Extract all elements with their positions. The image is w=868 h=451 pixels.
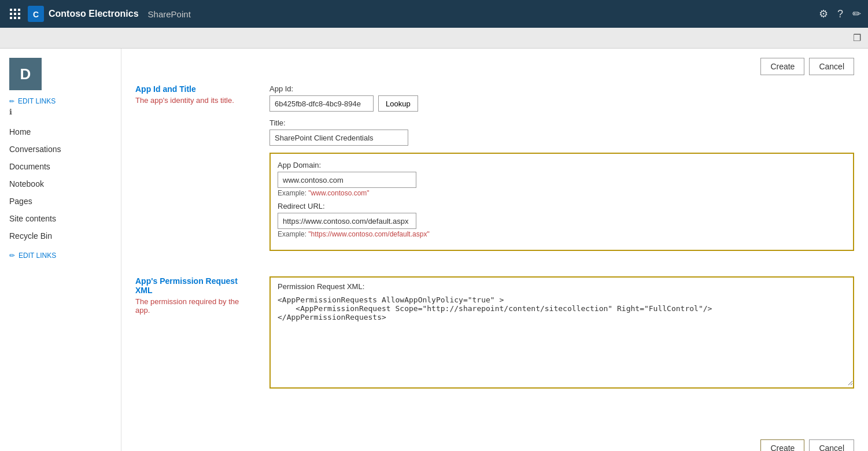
- field-group-app-domain: App Domain: Example: "www.contoso.com": [278, 161, 846, 197]
- app-id-label: App Id:: [269, 84, 854, 93]
- sidebar-item-home[interactable]: Home: [0, 123, 121, 141]
- logo-icon: C: [28, 6, 44, 22]
- create-button-top[interactable]: Create: [760, 58, 804, 75]
- section-label-app-id: App Id and Title The app's identity and …: [135, 84, 251, 258]
- redirect-url-input[interactable]: [278, 213, 416, 229]
- field-group-app-id: App Id: Lookup: [269, 84, 854, 112]
- main-layout: D ✏ EDIT LINKS ℹ Home Conversations Docu…: [0, 49, 868, 451]
- app-domain-input[interactable]: [278, 172, 416, 188]
- xml-textarea[interactable]: <AppPermissionRequests AllowAppOnlyPolic…: [271, 293, 853, 386]
- topbar-actions: ⚙ ? ✏: [819, 8, 861, 20]
- sidebar-info-icon[interactable]: ℹ: [9, 108, 112, 116]
- avatar: D: [9, 58, 42, 90]
- help-icon[interactable]: ?: [837, 8, 843, 20]
- sidebar-item-site-contents[interactable]: Site contents: [0, 210, 121, 227]
- content-area: Create Cancel App Id and Title The app's…: [121, 49, 868, 451]
- field-group-title: Title:: [269, 119, 854, 146]
- app-name: SharePoint: [148, 9, 191, 19]
- title-input[interactable]: [269, 130, 408, 146]
- redirect-url-example: Example: "https://www.contoso.com/defaul…: [278, 230, 846, 238]
- section-content-permission: Permission Request XML: <AppPermissionRe…: [269, 276, 854, 389]
- sidebar-edit-links-top[interactable]: ✏ EDIT LINKS: [9, 97, 112, 105]
- grouped-box-domain: App Domain: Example: "www.contoso.com" R…: [269, 153, 854, 251]
- section-app-id-title: App Id and Title The app's identity and …: [135, 84, 854, 258]
- section-label-permission: App's Permission Request XML The permiss…: [135, 276, 251, 389]
- app-domain-label: App Domain:: [278, 161, 846, 169]
- section-desc-app-id: The app's identity and its title.: [135, 96, 251, 105]
- title-label: Title:: [269, 119, 854, 127]
- subbar: ❐: [0, 28, 868, 49]
- topbar: C Contoso Electronics SharePoint ⚙ ? ✏: [0, 0, 868, 28]
- section-heading-app-id: App Id and Title: [135, 84, 251, 94]
- section-permission-xml: App's Permission Request XML The permiss…: [135, 276, 854, 389]
- pencil-icon-bottom: ✏: [9, 252, 15, 260]
- xml-box: Permission Request XML: <AppPermissionRe…: [269, 276, 854, 389]
- app-id-row: Lookup: [269, 95, 854, 112]
- section-desc-permission: The permission required by the app.: [135, 297, 251, 315]
- sidebar-edit-links-bottom[interactable]: ✏ EDIT LINKS: [9, 252, 112, 260]
- field-group-redirect-url: Redirect URL: Example: "https://www.cont…: [278, 202, 846, 238]
- sidebar-item-documents[interactable]: Documents: [0, 158, 121, 175]
- waffle-menu[interactable]: [7, 6, 23, 22]
- cancel-button-bottom[interactable]: Cancel: [809, 439, 854, 451]
- xml-label: Permission Request XML:: [271, 278, 853, 293]
- expand-icon[interactable]: ❐: [853, 32, 861, 43]
- edit-icon[interactable]: ✏: [852, 8, 861, 20]
- lookup-button[interactable]: Lookup: [378, 95, 418, 112]
- sidebar: D ✏ EDIT LINKS ℹ Home Conversations Docu…: [0, 49, 121, 451]
- sidebar-edit-links-bottom-label: EDIT LINKS: [19, 252, 56, 260]
- create-button-bottom[interactable]: Create: [760, 439, 804, 451]
- section-heading-permission: App's Permission Request XML: [135, 276, 251, 295]
- section-content-app-id: App Id: Lookup Title:: [269, 84, 854, 258]
- settings-icon[interactable]: ⚙: [819, 8, 828, 20]
- content-header: Create Cancel: [121, 49, 868, 84]
- cancel-button-top[interactable]: Cancel: [809, 58, 854, 75]
- form-body: App Id and Title The app's identity and …: [121, 84, 868, 430]
- redirect-url-label: Redirect URL:: [278, 202, 846, 210]
- app-domain-example: Example: "www.contoso.com": [278, 189, 846, 197]
- pencil-icon-top: ✏: [9, 98, 14, 105]
- sidebar-item-pages[interactable]: Pages: [0, 193, 121, 210]
- sidebar-item-recycle-bin[interactable]: Recycle Bin: [0, 227, 121, 245]
- svg-text:C: C: [33, 10, 39, 19]
- title-row: [269, 130, 854, 146]
- sidebar-item-notebook[interactable]: Notebook: [0, 175, 121, 193]
- app-id-input[interactable]: [269, 95, 374, 112]
- company-name: Contoso Electronics: [49, 9, 139, 19]
- company-logo[interactable]: C Contoso Electronics: [28, 6, 139, 22]
- sidebar-edit-links-top-label: EDIT LINKS: [18, 97, 56, 105]
- sidebar-item-conversations[interactable]: Conversations: [0, 141, 121, 158]
- sidebar-nav: Home Conversations Documents Notebook Pa…: [0, 123, 121, 245]
- content-footer: Create Cancel: [121, 430, 868, 451]
